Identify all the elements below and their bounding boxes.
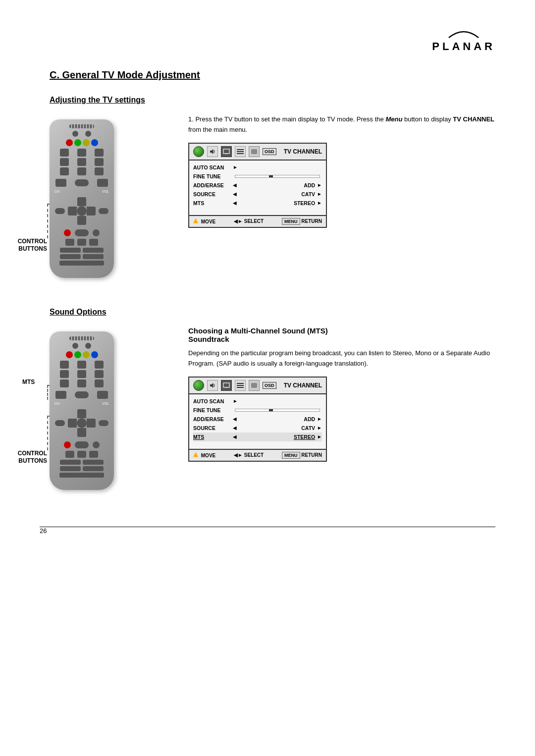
remote-control-1: CH VOL [50,119,114,278]
svg-marker-0 [210,149,213,154]
control-buttons-label-1: CONTROL BUTTONS [12,238,47,253]
mts-label: MTS [22,378,35,385]
extra-rows-1 [50,247,114,267]
lines-icon-1 [235,146,246,157]
tv-channel-menu-1: OSD TV CHANNEL AUTO SCAN ► FINE TUNE [188,143,327,228]
small-icon-1 [249,146,260,157]
subsection2-left: MTS CONTROL BUTTONS [50,326,168,495]
svg-marker-3 [210,383,213,388]
dpad-area-2 [50,406,114,440]
section-title: C. General TV Mode Adjustment [50,69,495,81]
tv-icon [221,146,232,157]
blue-btn-1 [91,139,98,146]
svg-rect-4 [223,383,229,387]
lines-icon-2 [235,380,246,391]
remote-wrapper-2: MTS CONTROL BUTTONS [50,326,114,495]
ctrl-area-row-1 [50,238,114,247]
menu-row-autoscan-1: AUTO SCAN ► [193,163,322,172]
menu-row-autoscan-2: AUTO SCAN ► [193,397,322,406]
control-buttons-label-2: CONTROL BUTTONS [12,450,47,465]
remote-wrapper-1: CONTROL BUTTONS [50,114,114,283]
speaker-icon-2 [207,380,218,391]
menu-row-source-1: SOURCE ◀ CATV ► [193,190,322,199]
menu-btn-1: MENU [282,218,300,225]
menu-row-adderase-2: ADD/ERASE ◀ ADD ► [193,415,322,424]
special-row-1 [50,178,114,188]
menu-row-mts-1: MTS ◀ STEREO ► [193,199,322,208]
osd-box-2: OSD [263,382,276,389]
tv-menu-body-2: AUTO SCAN ► FINE TUNE ADD/ERASE ◀ ADD ► [189,394,326,449]
menu-icons-left-2: OSD [193,380,276,391]
bottom-colored-area-1 [50,228,114,238]
special-row-2 [50,390,114,400]
menu-btn-2: MENU [282,452,300,459]
footer-triangle-1 [193,218,198,223]
small-icon-2 [249,380,260,391]
green-ball-icon-2 [193,380,204,391]
yellow-btn-1 [83,139,90,146]
menu-row-mts-2: MTS ◀ STEREO ► [193,432,322,441]
subsection2-content: MTS CONTROL BUTTONS [50,326,495,495]
numpad-1 [50,147,114,177]
tv-menu-footer-2: MOVE ◀► SELECT MENU RETURN [189,449,326,461]
speaker-grill-1 [50,119,114,129]
osd-box-1: OSD [263,148,276,155]
page-line [40,527,495,527]
green-btn-1 [74,139,81,146]
page-container: PLANAR C. General TV Mode Adjustment Adj… [0,0,535,549]
subsection1-right: 1. Press the TV button to set the main d… [188,114,495,283]
colored-buttons-row-1 [50,138,114,147]
menu-icons-left-1: OSD [193,146,276,157]
tv-menu-header-1: OSD TV CHANNEL [189,144,326,161]
bottom-colored-area-2 [50,440,114,450]
logo-text: PLANAR [432,40,495,53]
menu-row-source-2: SOURCE ◀ CATV ► [193,424,322,432]
vol-ch-row-2: CH VOL [50,401,114,406]
remote-knob-1 [50,129,114,138]
menu-row-adderase-1: ADD/ERASE ◀ ADD ► [193,181,322,190]
choosing-heading: Choosing a Multi-Channel Sound (MTS) Sou… [188,326,495,343]
footer-triangle-2 [193,452,198,457]
menu-row-finetune-2: FINE TUNE [193,406,322,415]
green-ball-icon [193,146,204,157]
page-number: 26 [40,527,47,535]
subsection1-content: CONTROL BUTTONS [50,114,495,283]
remote-control-2: CH VOL [50,331,114,490]
tv-icon-2 [221,380,232,391]
instruction-text-1: 1. Press the TV button to set the main d… [188,114,495,135]
speaker-grill-2 [50,331,114,341]
vol-ch-row: CH VOL [50,189,114,194]
svg-rect-1 [223,149,229,154]
menu-row-finetune-1: FINE TUNE [193,172,322,181]
ctrl-area-row-2 [50,450,114,459]
subsection2-heading: Sound Options [50,308,495,317]
planar-logo: PLANAR [432,25,495,53]
numpad-2 [50,359,114,389]
speaker-icon [207,146,218,157]
tv-menu-header-2: OSD TV CHANNEL [189,378,326,394]
subsection1-heading: Adjusting the TV settings [50,96,495,105]
subsection2-right: Choosing a Multi-Channel Sound (MTS) Sou… [188,326,495,495]
choosing-text: Depending on the particular program bein… [188,348,495,369]
subsection1-left: CONTROL BUTTONS [50,114,168,283]
colored-buttons-row-2 [50,350,114,359]
tv-menu-footer-1: MOVE ◀► SELECT MENU RETURN [189,215,326,227]
remote-knob-2 [50,341,114,350]
tv-channel-label-2: TV CHANNEL [284,382,322,389]
red-btn-1 [66,139,73,146]
dpad-area-1 [50,194,114,228]
dpad-2 [67,408,97,438]
dpad-1 [67,196,97,226]
tv-channel-menu-2: OSD TV CHANNEL AUTO SCAN ► FINE TUNE ADD… [188,377,327,462]
tv-menu-body-1: AUTO SCAN ► FINE TUNE ADD/ERASE ◀ ADD [189,161,326,215]
tv-channel-label-1: TV CHANNEL [284,148,322,155]
extra-rows-2 [50,459,114,479]
